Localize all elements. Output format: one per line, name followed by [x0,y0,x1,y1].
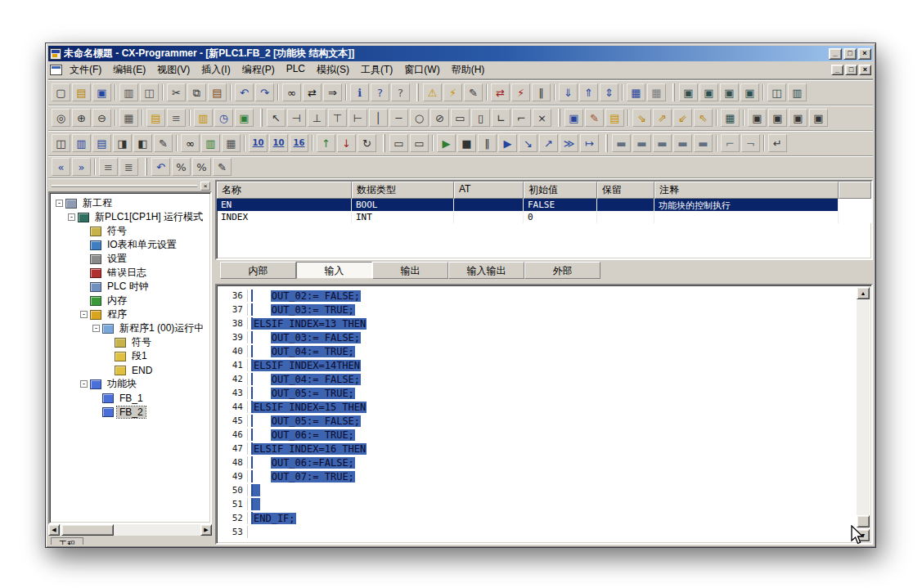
menu-insert[interactable]: 插入(I) [196,61,236,79]
column-header-at[interactable]: AT [454,182,524,199]
application-icon[interactable] [50,48,61,60]
new-or-contact-button[interactable]: ⊤ [328,109,347,127]
address-reference-button[interactable]: ✎ [154,134,173,152]
find-button[interactable]: ∞ [282,83,301,101]
force-cancel-button[interactable]: ↻ [358,134,376,152]
new-closed-instruction-button[interactable]: ▯ [471,109,490,127]
download-to-plc-button[interactable]: ⇓ [559,83,578,101]
work-online-button[interactable]: ⇄ [491,83,510,101]
tree-expand-icon[interactable]: - [56,200,63,207]
step-out-button[interactable]: ↗ [539,134,558,152]
delete-row-button[interactable]: ▬ [694,134,713,152]
tree-item-end[interactable]: END [52,363,208,377]
scrollbar-track[interactable] [60,524,200,536]
workspace-tab-project[interactable]: 工程 [51,537,83,545]
watch-grid-button[interactable]: ▦ [721,109,740,127]
menu-plc[interactable]: PLC [281,61,311,79]
editor-line[interactable]: 40 OUT_04:= TRUE; [223,344,855,358]
uncomment-button[interactable]: ≡ [99,158,118,176]
cross-reference-button[interactable]: ◨ [113,134,132,152]
tree-horizontal-scrollbar[interactable]: ◀ ▶ [48,524,212,536]
run-simulation-button[interactable]: ▶ [437,134,456,152]
tree-item-memory[interactable]: 内存 [52,294,208,307]
about-button[interactable]: ℹ [350,83,369,101]
editor-line[interactable]: 45 OUT_05:= FALSE; [223,414,855,428]
signed-decimal-display-button[interactable]: 10 [269,134,288,152]
editor-line[interactable]: 42 OUT_04:= FALSE; [223,372,855,386]
decimal-display-button[interactable]: 10 [249,134,268,152]
tree-item-program1[interactable]: -新程序1 (00)运行中 [52,321,208,335]
pause-simulation-button[interactable]: ‖ [478,134,497,152]
edit-fb-button[interactable]: ✎ [585,109,604,127]
tree-expand-icon[interactable]: - [80,311,88,318]
verify-with-plc-button[interactable]: ⇕ [600,83,618,101]
tab-outputs[interactable]: 输出 [372,262,448,279]
tab-inputs[interactable]: 输入 [296,262,372,279]
minimize-button[interactable]: _ [829,48,842,60]
view-window-1-button[interactable]: ▣ [679,83,698,101]
tree-item-project[interactable]: -新工程 [52,196,208,210]
fb-external-button[interactable]: ⇖ [694,109,713,127]
new-or-closed-contact-button[interactable]: ⊢ [349,109,367,127]
pause-monitor-button[interactable]: ▦ [647,83,666,101]
code-area[interactable]: 36 OUT_02:= FALSE;37 OUT_03:= TRUE;38ELS… [218,287,855,541]
new-button[interactable]: ▢ [52,83,70,101]
editor-line[interactable]: 50 [223,483,855,497]
rung-comment-button[interactable]: ≡ [167,109,186,127]
editor-line[interactable]: 47ELSIF INDEX=16 THEN [223,442,855,456]
workspace-close-button[interactable]: × [200,182,210,191]
tab-externals[interactable]: 外部 [524,262,600,279]
editor-line[interactable]: 48 OUT_06:=FALSE; [223,456,855,469]
new-closed-coil-button[interactable]: ⊘ [430,109,449,127]
symbol-table-button[interactable]: ▤ [146,109,165,127]
tree-item-programs[interactable]: -程序 [52,307,208,321]
tree-expand-icon[interactable]: - [80,380,88,388]
window-split-button[interactable]: ◫ [52,134,70,152]
watch-window-button[interactable]: ▥ [72,134,91,152]
toolbar-grip[interactable] [383,134,385,152]
editor-line[interactable]: 52END_IF; [223,511,855,525]
new-instruction-button[interactable]: ▭ [451,109,470,127]
split-line-button[interactable]: ¬ [741,134,760,152]
pause-button[interactable]: ‖ [532,83,551,101]
editor-line[interactable]: 43 OUT_05:= TRUE; [223,386,855,400]
run-monitor-button[interactable]: ▦ [627,83,645,101]
maximize-button[interactable]: □ [843,48,857,60]
editor-line[interactable]: 49 OUT_07:= TRUE; [223,469,855,483]
editor-line[interactable]: 51 [223,497,855,511]
menu-help[interactable]: 帮助(H) [446,61,491,79]
new-vertical-line-button[interactable]: │ [369,109,388,127]
output-window-button[interactable]: ▤ [92,134,111,152]
column-header-retain[interactable]: 保留 [597,182,654,199]
tree-item-program1-symbols[interactable]: 符号 [52,335,208,349]
select-tool-button[interactable]: ↖ [267,109,286,127]
save-button[interactable]: ▣ [92,83,111,101]
compile-button[interactable]: ⚠ [423,83,442,101]
tab-internals[interactable]: 内部 [220,262,296,279]
scrollbar-thumb[interactable] [61,524,114,536]
editor-line[interactable]: 53 [223,525,855,539]
editor-line[interactable]: 46 OUT_06:= TRUE; [223,428,855,442]
continuous-step-button[interactable]: ≫ [560,134,578,152]
new-contact-button[interactable]: ⊣ [287,109,306,127]
fb-view-1-button[interactable]: ▣ [748,109,767,127]
menu-program[interactable]: 编程(P) [236,61,281,79]
editor-line[interactable]: 41ELSIF INDEX=14THEN [223,358,855,372]
scan-run-button[interactable]: ↦ [580,134,599,152]
editor-line[interactable]: 37 OUT_03:= TRUE; [223,303,855,316]
menu-view[interactable]: 视图(V) [151,61,196,79]
tree-item-error-log[interactable]: 错误日志 [52,266,208,280]
new-horizontal-line-button[interactable]: ─ [389,109,408,127]
tree-expand-icon[interactable]: - [68,213,75,221]
tree-item-section1[interactable]: 段1 [52,349,208,363]
table-row[interactable]: INDEXINT0 [217,211,871,223]
tree-item-io-table[interactable]: IO表和单元设置 [52,238,208,252]
watch-add-button[interactable]: ▥ [201,134,220,152]
column-header-name[interactable]: 名称 [217,182,352,199]
online-edit-button[interactable]: ✎ [464,83,483,101]
insert-rung-below-button[interactable]: ▬ [632,134,651,152]
zoom-tool-button[interactable]: ◎ [52,109,70,127]
toolbar-grip[interactable] [145,158,147,176]
st-font-button[interactable]: ✎ [213,158,232,176]
differential-monitor-button[interactable]: ▭ [410,134,429,152]
